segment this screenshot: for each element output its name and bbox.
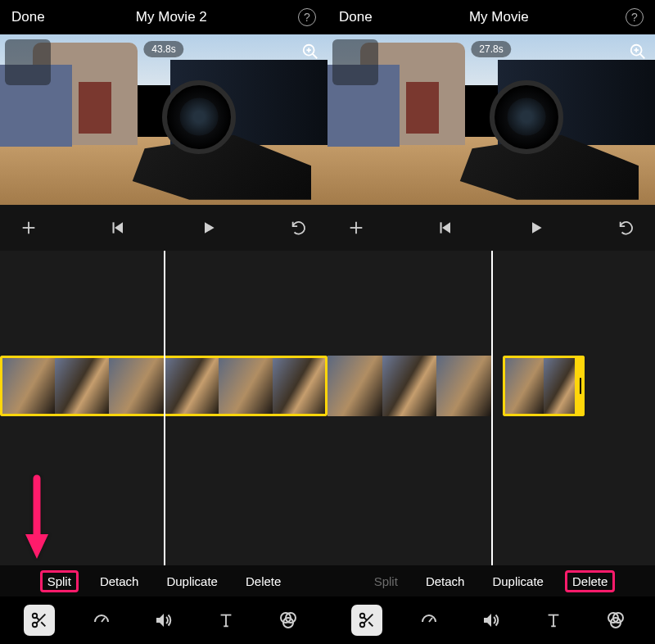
arrow-annotation [23, 474, 51, 564]
play-icon[interactable] [198, 217, 219, 238]
tool-bar [328, 596, 655, 644]
speed-icon[interactable] [86, 605, 117, 636]
split-button: Split [368, 571, 404, 592]
header: Done My Movie 2 ? [0, 0, 328, 34]
help-icon[interactable]: ? [626, 8, 644, 26]
detach-button[interactable]: Detach [419, 571, 472, 592]
svg-marker-10 [25, 534, 48, 559]
svg-line-38 [429, 618, 432, 622]
svg-marker-32 [532, 222, 542, 233]
video-clip[interactable] [328, 356, 491, 416]
svg-marker-39 [484, 614, 491, 627]
add-icon[interactable] [346, 217, 367, 238]
video-clip-selected[interactable] [503, 356, 585, 416]
project-title: My Movie [469, 9, 529, 25]
timecode-badge: 27.8s [471, 41, 511, 57]
skip-back-icon[interactable] [436, 217, 457, 238]
scissors-icon[interactable] [351, 605, 382, 636]
volume-icon[interactable] [148, 605, 179, 636]
delete-button[interactable]: Delete [239, 571, 287, 592]
svg-line-16 [102, 618, 105, 622]
volume-icon[interactable] [476, 605, 507, 636]
header: Done My Movie ? [328, 0, 655, 34]
speed-icon[interactable] [413, 605, 445, 636]
playhead[interactable] [491, 251, 493, 565]
trim-handle[interactable] [575, 356, 585, 416]
done-button[interactable]: Done [11, 9, 45, 25]
svg-line-37 [364, 617, 367, 620]
video-preview[interactable]: 43.8s [0, 34, 328, 205]
svg-marker-17 [156, 614, 164, 627]
preview-scene [328, 34, 655, 205]
tool-bar [0, 596, 328, 644]
timecode-badge: 43.8s [143, 41, 183, 57]
text-icon[interactable] [538, 605, 569, 636]
svg-point-34 [360, 623, 365, 628]
svg-line-25 [640, 54, 645, 59]
svg-rect-31 [440, 222, 442, 233]
duplicate-button[interactable]: Duplicate [486, 571, 550, 592]
svg-line-15 [36, 617, 39, 620]
text-icon[interactable] [210, 605, 242, 636]
svg-marker-6 [115, 222, 123, 233]
skip-back-icon[interactable] [108, 217, 129, 238]
filters-icon[interactable] [600, 605, 631, 636]
add-icon[interactable] [18, 217, 39, 238]
scissors-icon[interactable] [24, 605, 55, 636]
editor-panel-right: Done My Movie ? 27.8s [328, 0, 655, 644]
svg-point-11 [33, 614, 38, 619]
zoom-icon[interactable] [298, 39, 323, 64]
done-button[interactable]: Done [339, 9, 373, 25]
delete-button[interactable]: Delete [565, 570, 615, 592]
play-icon[interactable] [526, 217, 547, 238]
playhead[interactable] [164, 251, 165, 565]
transport-bar [328, 205, 655, 251]
filters-icon[interactable] [273, 605, 304, 636]
split-button[interactable]: Split [40, 570, 79, 592]
transport-bar [0, 205, 328, 251]
svg-rect-7 [113, 222, 115, 233]
help-icon[interactable]: ? [298, 8, 316, 26]
preview-scene [0, 34, 328, 205]
svg-point-33 [360, 614, 365, 619]
undo-icon[interactable] [616, 217, 637, 238]
clip-action-bar: Split Detach Duplicate Delete [328, 565, 655, 596]
project-title: My Movie 2 [136, 9, 207, 25]
undo-icon[interactable] [288, 217, 309, 238]
clip-action-bar: Split Detach Duplicate Delete [0, 565, 328, 596]
timeline[interactable] [328, 251, 655, 565]
zoom-icon[interactable] [626, 39, 650, 64]
editor-panel-left: Done My Movie 2 ? 43.8s [0, 0, 328, 644]
detach-button[interactable]: Detach [93, 571, 146, 592]
svg-marker-8 [205, 222, 215, 233]
svg-line-1 [313, 54, 318, 59]
svg-point-12 [33, 623, 38, 628]
svg-line-14 [41, 622, 45, 626]
svg-line-36 [368, 622, 373, 626]
svg-marker-30 [442, 222, 450, 233]
duplicate-button[interactable]: Duplicate [160, 571, 224, 592]
video-preview[interactable]: 27.8s [328, 34, 655, 205]
